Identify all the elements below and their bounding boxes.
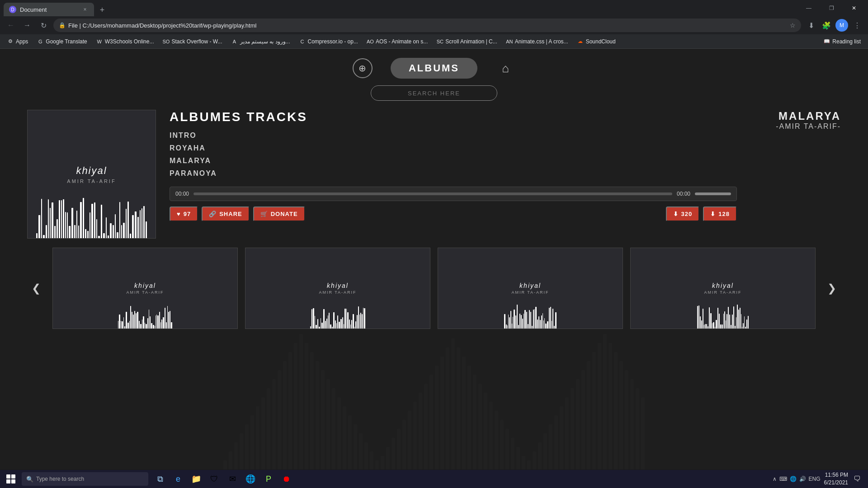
now-playing-song: MALARYA [750,110,841,122]
progress-track[interactable] [193,192,672,195]
carousel-2-artist: AMIR TA-ARIF [319,290,356,295]
carousel-item-2[interactable]: khiyal AMIR TA-ARIF [245,248,430,329]
bookmark-admin[interactable]: A ورود به سیستم مدیر... [228,37,294,46]
bookmark-aos[interactable]: AO AOS - Animate on s... [363,37,431,46]
search-input[interactable] [371,85,497,101]
new-tab-button[interactable]: + [96,4,108,16]
download2-icon: ⬇ [710,211,716,217]
album-cover: khiyal AMIR TA-ARIF [27,110,156,239]
carousel-1-visual [53,301,237,328]
active-tab[interactable]: D Document × [4,3,94,16]
taskbar-clock[interactable]: 11:56 PM 6/21/2021 [824,471,848,487]
bookmark-google-translate[interactable]: G Google Translate [33,37,90,46]
taskbar-mail[interactable]: ✉ [224,471,241,487]
carousel-item-1[interactable]: khiyal AMIR TA-ARIF [52,248,238,329]
taskbar-task-view[interactable]: ⧉ [152,471,168,487]
donate-icon: 🛒 [260,211,268,217]
albums-nav-button[interactable]: ALBUMS [391,58,477,79]
track-paranoya[interactable]: PARANOYA [170,169,737,178]
share-button[interactable]: 🔗 SHARE [202,206,250,221]
carousel-item-3[interactable]: khiyal AMIR TA-ARIF [438,248,623,329]
minimize-button[interactable]: — [798,0,819,16]
bookmark-w3-label: W3Schools Online... [105,38,154,45]
download1-button[interactable]: ⬇ 320 [666,206,700,221]
back-button[interactable]: ← [5,19,17,32]
tray-volume-icon[interactable]: 🔊 [799,476,806,482]
bookmark-w3schools[interactable]: W W3Schools Online... [93,37,158,46]
like-button[interactable]: ♥ 97 [170,206,198,221]
taskbar-search[interactable]: 🔍 Type here to search [22,472,148,486]
album-cover-artist: AMIR TA-ARIF [67,178,116,184]
albums-nav-label: ALBUMS [409,62,459,74]
menu-icon[interactable]: ⋮ [851,19,863,32]
taskbar-explorer[interactable]: 📁 [188,471,204,487]
player-time-start: 00:00 [175,191,189,197]
volume-track[interactable] [695,192,731,195]
carousel-3-visual [438,301,623,328]
bookmark-sc-label: SoundCloud [586,38,616,45]
refresh-button[interactable]: ↻ [37,19,50,32]
carousel-1-title: khiyal [134,282,156,289]
bookmark-compressor[interactable]: C Compressor.io - op... [296,37,362,46]
tracks-panel: ALBUMES TRACKS INTRO ROYAHA MALARYA PARA… [170,110,737,239]
tab-close-button[interactable]: × [81,6,89,13]
player-time-end: 00:00 [677,191,690,197]
bookmark-reading-list[interactable]: 📖 Reading list [820,37,864,46]
notification-button[interactable]: 🗨 [852,474,863,484]
like-count: 97 [184,211,191,217]
carousel-prev-button[interactable]: ❮ [27,279,45,297]
carousel-next-button[interactable]: ❯ [823,279,841,297]
forward-button[interactable]: → [21,19,33,32]
home-nav-icon: ⌂ [502,61,509,75]
track-royaha[interactable]: ROYAHA [170,144,737,152]
bookmark-reading-label: Reading list [832,38,861,45]
taskbar-right: ∧ ⌨ 🌐 🔊 ENG 11:56 PM 6/21/2021 🗨 [769,471,866,487]
bookmark-star-icon[interactable]: ☆ [790,22,796,29]
profile-button[interactable]: M [835,19,848,32]
carousel-2-title: khiyal [327,282,349,289]
tray-caret-icon[interactable]: ∧ [773,476,777,482]
close-button[interactable]: ✕ [844,0,864,16]
now-playing-artist: -AMIR TA-ARIF- [750,122,841,131]
security-icon: 🔒 [59,22,66,28]
download2-button[interactable]: ⬇ 128 [703,206,737,221]
taskbar-chrome[interactable]: 🌐 [242,471,259,487]
taskbar-record[interactable]: ⏺ [278,471,295,487]
bookmark-gt-label: Google Translate [46,38,87,45]
bookmark-stackoverflow[interactable]: SO Stack Overflow - W... [159,37,226,46]
carousel-1-artist: AMIR TA-ARIF [126,290,164,295]
taskbar-phpstorm[interactable]: P [260,471,277,487]
bookmarks-bar: ⚙ Apps G Google Translate W W3Schools On… [0,34,868,49]
track-malarya[interactable]: MALARYA [170,157,737,165]
search-section [0,85,868,101]
search-nav-icon: ⊕ [359,63,366,74]
carousel-4-title: khiyal [712,282,734,289]
player-bar: 00:00 00:00 [170,187,737,201]
bookmark-soundcloud[interactable]: ☁ SoundCloud [574,37,619,46]
download-icon[interactable]: ⬇ [805,19,817,32]
now-playing-info: MALARYA -AMIR TA-ARIF- [750,110,841,239]
carousel-item-4[interactable]: khiyal AMIR TA-ARIF [630,248,816,329]
browser-chrome: D Document × + — ❐ ✕ ← → ↻ 🔒 File | C:/U… [0,0,868,49]
start-button[interactable] [2,471,20,487]
taskbar-edge[interactable]: e [170,471,186,487]
track-intro[interactable]: INTRO [170,131,737,140]
bookmark-animate[interactable]: AN Animate.css | A cros... [503,37,572,46]
taskbar-store[interactable]: 🛡 [206,471,222,487]
donate-button[interactable]: 🛒 DONATE [253,206,305,221]
search-nav-button[interactable]: ⊕ [353,58,373,78]
bookmark-reading-icon: 📖 [824,38,830,45]
carousel-3-artist: AMIR TA-ARIF [511,290,549,295]
bookmark-apps[interactable]: ⚙ Apps [4,37,32,46]
carousel-section: ❮ khiyal AMIR TA-ARIF khiyal AMIR TA-ARI… [0,239,868,338]
main-content: ⊕ ALBUMS ⌂ khiyal AMIR TA-ARIF ALBUMES T… [0,49,868,469]
window-controls: — ❐ ✕ [798,0,864,16]
explorer-icon: 📁 [191,474,201,484]
bookmark-admin-icon: A [231,38,238,45]
home-nav-button[interactable]: ⌂ [495,58,515,78]
maximize-button[interactable]: ❐ [821,0,842,16]
bookmark-animate-icon: AN [506,38,513,45]
bookmark-scroll[interactable]: SC Scroll Animation | C... [433,37,501,46]
extensions-icon[interactable]: 🧩 [820,19,833,32]
address-input[interactable]: 🔒 File | C:/Users/mohammad/Desktop/proje… [53,19,801,32]
